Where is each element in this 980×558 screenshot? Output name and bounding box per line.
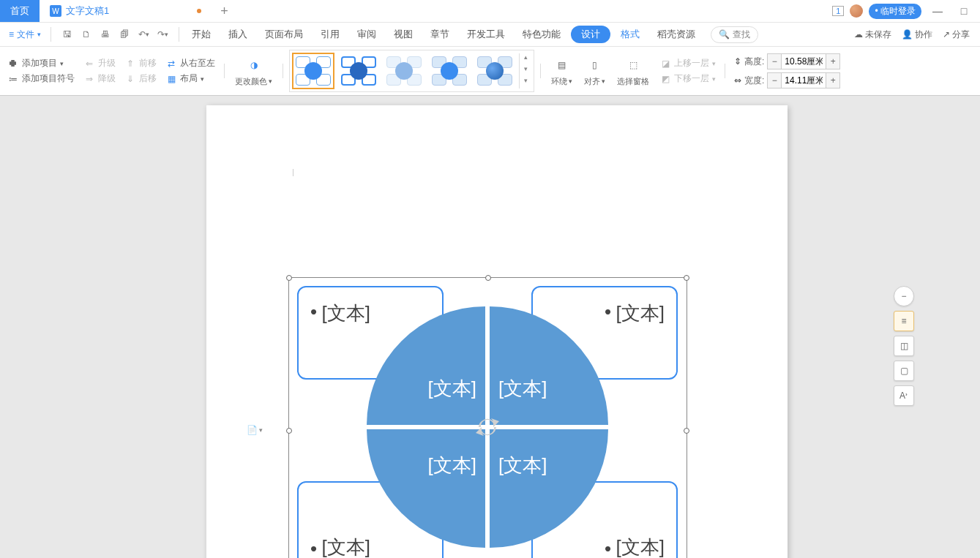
rtl-button[interactable]: ⇄从右至左 <box>165 57 215 69</box>
maximize-button[interactable]: □ <box>954 5 974 17</box>
width-icon: ⇔ <box>734 75 741 86</box>
tab-resources[interactable]: 稻壳资源 <box>650 25 703 44</box>
promote-icon: ⇐ <box>83 58 95 69</box>
width-spinner[interactable]: − + <box>767 72 840 88</box>
height-decrement[interactable]: − <box>768 54 781 69</box>
word-doc-icon: W <box>50 5 61 17</box>
quick-access-toolbar: 🖫 🗋 🖶 🗐 ↶▾ ↷▾ <box>56 26 173 42</box>
tab-insert[interactable]: 插入 <box>221 25 255 44</box>
avatar[interactable] <box>850 4 863 18</box>
select-pane-icon: ⬚ <box>624 56 643 75</box>
menu-bar: ≡ 文件 ▾ 🖫 🗋 🖶 🗐 ↶▾ ↷▾ 开始 插入 页面布局 引用 审阅 视图… <box>0 23 980 47</box>
new-tab-button[interactable]: + <box>212 0 237 22</box>
gallery-scroll-up[interactable]: ▴ <box>520 53 531 65</box>
search-box[interactable]: 🔍 查找 <box>711 26 758 43</box>
tab-home[interactable]: 首页 <box>0 0 40 22</box>
wrap-button[interactable]: ▤ 环绕▾ <box>547 54 577 88</box>
forward-icon: ◪ <box>659 58 671 69</box>
height-label: 高度: <box>744 56 764 68</box>
demote-icon: ⇒ <box>83 73 95 85</box>
unsaved-dot-icon <box>197 9 201 13</box>
add-item-button[interactable]: 🞦添加项目▾ <box>7 57 75 69</box>
tab-document[interactable]: W 文字文稿1 <box>40 0 212 22</box>
move-after-button[interactable]: ⇓后移 <box>124 72 157 85</box>
save-icon[interactable]: 🖫 <box>59 26 75 42</box>
layout-button[interactable]: ▦布局▾ <box>165 72 215 85</box>
style-gallery: ▴ ▾ ▾ <box>289 50 534 92</box>
send-backward-button[interactable]: ◩下移一层▾ <box>659 72 716 85</box>
gallery-scroll-down[interactable]: ▾ <box>520 65 531 77</box>
document-name: 文字文稿1 <box>66 4 109 18</box>
ribbon-tabs: 开始 插入 页面布局 引用 审阅 视图 章节 开发工具 特色功能 设计 格式 稻… <box>184 25 703 44</box>
height-spinner[interactable]: − + <box>767 53 840 69</box>
down-icon: ⇓ <box>124 73 136 85</box>
align-button[interactable]: ▯ 对齐▾ <box>580 54 610 88</box>
tab-review[interactable]: 审阅 <box>350 25 384 44</box>
move-before-button[interactable]: ⇑前移 <box>124 57 157 69</box>
height-input[interactable] <box>781 54 826 69</box>
login-button[interactable]: • 临时登录 <box>869 4 921 19</box>
bullet-icon: ≔ <box>7 73 19 85</box>
width-input[interactable] <box>781 73 826 88</box>
print-direct-icon[interactable]: 🗐 <box>116 26 132 42</box>
style-option-4[interactable] <box>428 53 471 89</box>
redo-icon[interactable]: ↷▾ <box>154 26 171 42</box>
select-pane-button[interactable]: ⬚ 选择窗格 <box>613 54 654 88</box>
bring-forward-button[interactable]: ◪上移一层▾ <box>659 57 716 69</box>
height-increment[interactable]: + <box>826 54 839 69</box>
change-color-button[interactable]: ◑ 更改颜色▾ <box>231 54 277 88</box>
height-icon: ⇕ <box>734 56 741 67</box>
hamburger-icon: ≡ <box>9 29 14 39</box>
tab-reference[interactable]: 引用 <box>313 25 347 44</box>
promote-button[interactable]: ⇐升级 <box>83 57 116 69</box>
page-indicator[interactable]: 1 <box>832 6 844 16</box>
wrap-icon: ▤ <box>553 56 572 75</box>
style-option-2[interactable] <box>337 53 380 89</box>
demote-button[interactable]: ⇒降级 <box>83 72 116 85</box>
unsaved-indicator[interactable]: ☁未保存 <box>854 29 891 41</box>
minimize-button[interactable]: — <box>927 5 948 17</box>
title-bar: 首页 W 文字文稿1 + 1 • 临时登录 — □ <box>0 0 980 23</box>
rtl-icon: ⇄ <box>165 58 177 69</box>
layout-icon: ▦ <box>165 73 177 85</box>
tab-chapter[interactable]: 章节 <box>423 25 457 44</box>
ribbon-design: 🞦添加项目▾ ≔添加项目符号 ⇐升级 ⇒降级 ⇑前移 ⇓后移 ⇄从右至左 ▦布局… <box>0 47 980 96</box>
backward-icon: ◩ <box>659 73 671 85</box>
up-icon: ⇑ <box>124 58 136 69</box>
undo-icon[interactable]: ↶▾ <box>135 26 152 42</box>
tab-devtools[interactable]: 开发工具 <box>460 25 512 44</box>
plus-icon: 🞦 <box>7 58 19 69</box>
width-decrement[interactable]: − <box>768 73 781 88</box>
search-icon: 🔍 <box>719 29 730 39</box>
chevron-down-icon: ▾ <box>37 31 41 38</box>
width-increment[interactable]: + <box>826 73 839 88</box>
tab-view[interactable]: 视图 <box>386 25 420 44</box>
print-preview-icon[interactable]: 🗋 <box>78 26 94 42</box>
color-icon: ◑ <box>244 56 263 75</box>
style-option-3[interactable] <box>383 53 425 89</box>
width-label: 宽度: <box>744 75 764 87</box>
print-icon[interactable]: 🖶 <box>97 26 113 42</box>
style-option-5[interactable] <box>474 53 516 89</box>
tab-page-layout[interactable]: 页面布局 <box>258 25 310 44</box>
share-icon: ↗ <box>943 29 950 39</box>
tab-design[interactable]: 设计 <box>571 26 610 43</box>
cloud-icon: ☁ <box>854 29 863 39</box>
share-button[interactable]: ↗分享 <box>943 29 970 41</box>
people-icon: 👤 <box>902 29 913 39</box>
tab-special[interactable]: 特色功能 <box>515 25 568 44</box>
align-icon: ▯ <box>586 56 605 75</box>
tab-start[interactable]: 开始 <box>184 25 218 44</box>
tab-format[interactable]: 格式 <box>613 25 647 44</box>
collab-button[interactable]: 👤协作 <box>902 29 932 41</box>
style-option-1[interactable] <box>292 53 334 89</box>
gallery-expand[interactable]: ▾ <box>520 77 531 88</box>
file-menu[interactable]: ≡ 文件 ▾ <box>4 29 45 41</box>
add-bullet-button[interactable]: ≔添加项目符号 <box>7 72 75 85</box>
